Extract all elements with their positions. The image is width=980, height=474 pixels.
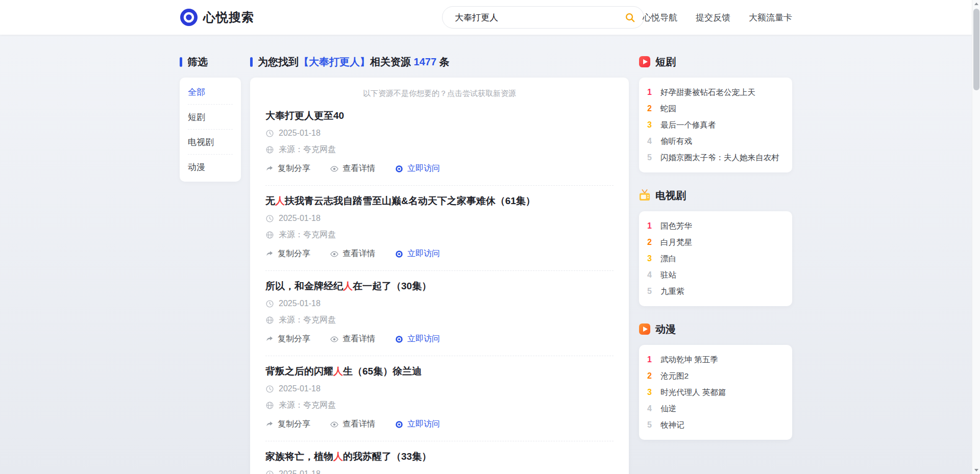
filter-item-short-drama[interactable]: 短剧 <box>188 105 233 130</box>
summary-keyword[interactable]: 【大奉打更人】 <box>299 56 370 67</box>
logo-icon <box>180 8 198 27</box>
result-title-link[interactable]: 背叛之后的闪耀人生（65集）徐兰迪 <box>265 365 614 378</box>
search-button[interactable] <box>616 7 644 28</box>
rank-number: 3 <box>647 120 657 130</box>
rank-list-item[interactable]: 3 漂白 <box>647 251 784 267</box>
results-card: 以下资源不是你想要的？点击尝试获取新资源 大奉打更人更至40 2025-01-1… <box>250 78 629 474</box>
title-text: 所以，和金牌经纪 <box>265 281 343 291</box>
visit-now-button[interactable]: 立即访问 <box>395 419 440 430</box>
rank-section-header: 短剧 <box>639 55 792 68</box>
copy-share-button[interactable]: 复制分享 <box>265 248 310 259</box>
refresh-resources-link[interactable]: 以下资源不是你想要的？点击尝试获取新资源 <box>265 89 614 98</box>
visit-now-label: 立即访问 <box>407 419 440 430</box>
rank-item-title: 九重紫 <box>660 286 684 297</box>
rank-list-item[interactable]: 2 蛇园 <box>647 101 784 117</box>
target-icon <box>395 420 404 429</box>
title-text: 扶我青云志我自踏雪至山巅&名动天下之家事难休（61集） <box>285 195 535 206</box>
rank-list-item[interactable]: 3 时光代理人 英都篇 <box>647 384 784 401</box>
view-detail-button[interactable]: 查看详情 <box>330 334 375 344</box>
nav-link-data-card[interactable]: 大额流量卡 <box>749 12 792 23</box>
visit-now-button[interactable]: 立即访问 <box>395 334 440 344</box>
search-input[interactable] <box>443 12 616 22</box>
rank-list-item[interactable]: 3 最后一个修真者 <box>647 117 784 133</box>
rank-number: 5 <box>647 420 657 430</box>
rank-number: 4 <box>647 137 657 146</box>
copy-share-button[interactable]: 复制分享 <box>265 163 310 174</box>
visit-now-button[interactable]: 立即访问 <box>395 248 440 259</box>
view-detail-label: 查看详情 <box>342 419 375 430</box>
scrollbar[interactable] <box>972 0 980 474</box>
rank-section-title: 短剧 <box>655 55 676 69</box>
view-detail-button[interactable]: 查看详情 <box>330 419 375 430</box>
nav-link-feedback[interactable]: 提交反馈 <box>696 12 730 23</box>
title-text: 无 <box>265 195 275 206</box>
view-detail-button[interactable]: 查看详情 <box>330 248 375 259</box>
rank-item-title: 漂白 <box>660 254 676 264</box>
scroll-up-arrow-icon[interactable] <box>972 0 980 8</box>
filter-title: 筛选 <box>180 55 241 68</box>
rank-item-title: 牧神记 <box>660 420 684 431</box>
result-date-row: 2025-01-18 <box>265 214 614 223</box>
title-text: 的我苏醒了（33集） <box>343 451 431 462</box>
scrollbar-thumb[interactable] <box>973 9 979 90</box>
nav-link-site-nav[interactable]: 心悦导航 <box>643 12 677 23</box>
result-item: 背叛之后的闪耀人生（65集）徐兰迪 2025-01-18 来源：夸克网盘 复制分… <box>265 356 614 441</box>
globe-icon <box>265 316 274 325</box>
rank-list-item[interactable]: 2 白月梵星 <box>647 234 784 251</box>
result-title-link[interactable]: 大奉打更人更至40 <box>265 110 614 122</box>
logo[interactable]: 心悦搜索 <box>180 8 254 27</box>
title-keyword-highlight: 人 <box>333 451 343 462</box>
header-nav: 心悦导航 提交反馈 大额流量卡 <box>643 0 792 35</box>
rank-list-item[interactable]: 4 驻站 <box>647 267 784 283</box>
copy-share-label: 复制分享 <box>278 334 310 344</box>
rank-list-item[interactable]: 2 沧元图2 <box>647 368 784 384</box>
eye-icon <box>330 164 339 173</box>
result-source-row: 来源：夸克网盘 <box>265 315 614 326</box>
result-source: 来源：夸克网盘 <box>279 400 336 411</box>
rank-list-item[interactable]: 5 九重紫 <box>647 283 784 300</box>
filter-item-all[interactable]: 全部 <box>188 80 233 105</box>
view-detail-button[interactable]: 查看详情 <box>330 163 375 174</box>
rank-number: 2 <box>647 104 657 113</box>
share-icon <box>265 335 274 343</box>
rank-list: 1 好孕甜妻被钻石老公宠上天 2 蛇园 3 最后一个修真者 4 偷听有戏 5 闪… <box>647 84 784 166</box>
rank-list-item[interactable]: 1 武动乾坤 第五季 <box>647 352 784 368</box>
rank-card: 1 好孕甜妻被钻石老公宠上天 2 蛇园 3 最后一个修真者 4 偷听有戏 5 闪… <box>639 78 792 172</box>
rank-list-item[interactable]: 4 偷听有戏 <box>647 133 784 149</box>
clock-icon <box>265 385 274 393</box>
copy-share-label: 复制分享 <box>278 248 310 259</box>
result-title-link[interactable]: 家族将亡，植物人的我苏醒了（33集） <box>265 451 614 463</box>
result-source-row: 来源：夸克网盘 <box>265 400 614 411</box>
visit-now-button[interactable]: 立即访问 <box>395 163 440 174</box>
filter-item-anime[interactable]: 动漫 <box>188 155 233 180</box>
target-icon <box>395 250 404 259</box>
rank-item-title: 武动乾坤 第五季 <box>660 355 718 365</box>
copy-share-button[interactable]: 复制分享 <box>265 419 310 430</box>
rank-number: 2 <box>647 371 657 381</box>
result-title-link[interactable]: 无人扶我青云志我自踏雪至山巅&名动天下之家事难休（61集） <box>265 195 614 207</box>
globe-icon <box>265 145 274 154</box>
rank-number: 3 <box>647 254 657 263</box>
summary-prefix: 为您找到 <box>258 56 299 67</box>
filter-item-tv-series[interactable]: 电视剧 <box>188 130 233 155</box>
result-date-row: 2025-01-18 <box>265 129 614 138</box>
rank-list-item[interactable]: 5 闪婚京圈太子爷：夫人她来自农村 <box>647 149 784 166</box>
result-item: 所以，和金牌经纪人在一起了（30集） 2025-01-18 来源：夸克网盘 复制… <box>265 271 614 356</box>
result-source: 来源：夸克网盘 <box>279 230 336 240</box>
scroll-down-arrow-icon[interactable] <box>972 466 980 474</box>
clock-icon <box>265 129 274 138</box>
rank-item-title: 蛇园 <box>660 104 676 114</box>
rank-list-item[interactable]: 4 仙逆 <box>647 401 784 417</box>
rank-list-item[interactable]: 5 牧神记 <box>647 417 784 433</box>
title-text: 生（65集）徐兰迪 <box>343 366 422 377</box>
title-text: 家族将亡，植物 <box>265 451 333 462</box>
search-bar <box>442 6 644 29</box>
main-content: 筛选 全部 短剧 电视剧 动漫 为您找到【大奉打更人】相关资源 1477 条 以… <box>180 35 792 474</box>
right-column: 短剧 1 好孕甜妻被钻石老公宠上天 2 蛇园 3 最后一个修真者 4 偷听有戏 … <box>639 55 792 440</box>
rank-list-item[interactable]: 1 国色芳华 <box>647 218 784 234</box>
copy-share-button[interactable]: 复制分享 <box>265 334 310 344</box>
target-icon <box>395 164 404 173</box>
rank-number: 1 <box>647 221 657 231</box>
rank-list-item[interactable]: 1 好孕甜妻被钻石老公宠上天 <box>647 84 784 101</box>
result-title-link[interactable]: 所以，和金牌经纪人在一起了（30集） <box>265 280 614 292</box>
